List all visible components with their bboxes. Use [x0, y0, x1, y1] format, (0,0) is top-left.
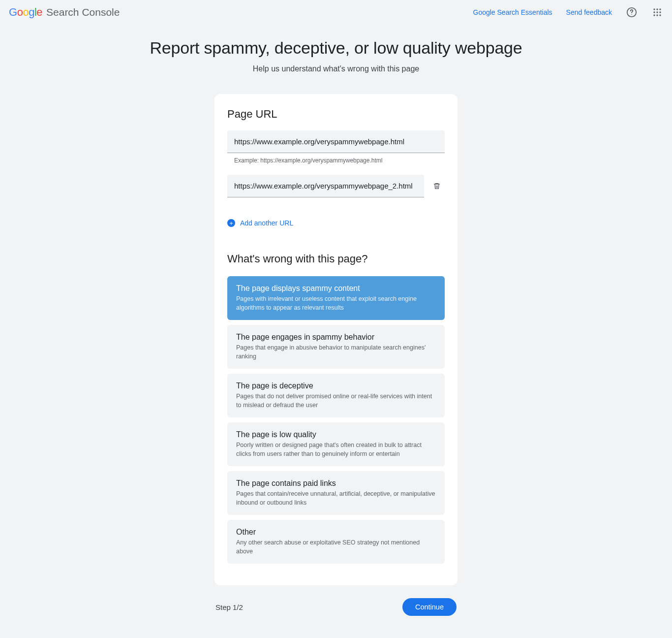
add-url-button[interactable]: + Add another URL — [227, 219, 445, 227]
step-label: Step 1/2 — [215, 603, 243, 611]
svg-point-10 — [659, 14, 661, 16]
url-input-0[interactable] — [227, 130, 445, 153]
url-input-row-1 — [227, 175, 445, 197]
google-logo: Google — [9, 6, 42, 19]
svg-point-8 — [653, 14, 655, 16]
issue-option-title: The page contains paid links — [236, 479, 436, 488]
issue-option-desc: Poorly written or designed page that's o… — [236, 441, 436, 458]
issue-option-0[interactable]: The page displays spammy contentPages wi… — [227, 276, 445, 320]
svg-point-3 — [656, 8, 658, 10]
svg-point-7 — [659, 11, 661, 13]
svg-point-1 — [631, 14, 632, 15]
continue-button[interactable]: Continue — [402, 598, 457, 616]
trash-icon — [433, 182, 441, 191]
svg-point-6 — [656, 11, 658, 13]
page-subtitle: Help us understand what's wrong with thi… — [115, 64, 557, 73]
issue-option-title: The page is low quality — [236, 430, 436, 439]
issue-option-2[interactable]: The page is deceptivePages that do not d… — [227, 374, 445, 417]
brand-logo[interactable]: Google Search Console — [9, 6, 120, 19]
link-search-essentials[interactable]: Google Search Essentials — [473, 8, 552, 16]
issue-option-1[interactable]: The page engages in spammy behaviorPages… — [227, 325, 445, 369]
issue-option-title: The page displays spammy content — [236, 284, 436, 293]
content: Report spammy, deceptive, or low quality… — [115, 25, 557, 636]
delete-url-button[interactable] — [433, 180, 445, 192]
page-title: Report spammy, deceptive, or low quality… — [115, 38, 557, 58]
footer: Step 1/2 Continue — [214, 598, 458, 636]
issue-option-desc: Any other search abuse or exploitative S… — [236, 539, 436, 556]
apps-grid-icon[interactable] — [651, 6, 663, 18]
add-url-label: Add another URL — [240, 219, 293, 227]
help-icon[interactable] — [626, 6, 638, 18]
svg-point-5 — [653, 11, 655, 13]
svg-point-9 — [656, 14, 658, 16]
issue-option-5[interactable]: OtherAny other search abuse or exploitat… — [227, 520, 445, 564]
section-url-title: Page URL — [227, 108, 445, 121]
svg-point-4 — [659, 8, 661, 10]
issue-option-4[interactable]: The page contains paid linksPages that c… — [227, 471, 445, 515]
issue-option-desc: Pages with irrelevant or useless content… — [236, 295, 436, 312]
section-issue-title: What's wrong with this page? — [227, 253, 445, 265]
plus-circle-icon: + — [227, 219, 235, 227]
issue-option-desc: Pages that engage in abusive behavior to… — [236, 344, 436, 361]
issue-option-desc: Pages that contain/receive unnatural, ar… — [236, 490, 436, 507]
topbar-actions: Google Search Essentials Send feedback — [473, 6, 664, 18]
url-input-1[interactable] — [227, 175, 424, 197]
issue-option-title: The page is deceptive — [236, 382, 436, 390]
issue-option-3[interactable]: The page is low qualityPoorly written or… — [227, 422, 445, 466]
url-hint: Example: https://example.org/veryspammyw… — [234, 157, 445, 164]
top-bar: Google Search Console Google Search Esse… — [0, 0, 672, 25]
link-send-feedback[interactable]: Send feedback — [566, 8, 612, 16]
issue-option-desc: Pages that do not deliver promised onlin… — [236, 392, 436, 410]
issue-option-title: Other — [236, 528, 436, 537]
form-card: Page URL Example: https://example.org/ve… — [214, 94, 458, 585]
issue-option-title: The page engages in spammy behavior — [236, 333, 436, 342]
url-input-row-0 — [227, 130, 445, 153]
svg-point-2 — [653, 8, 655, 10]
product-name: Search Console — [46, 6, 120, 18]
